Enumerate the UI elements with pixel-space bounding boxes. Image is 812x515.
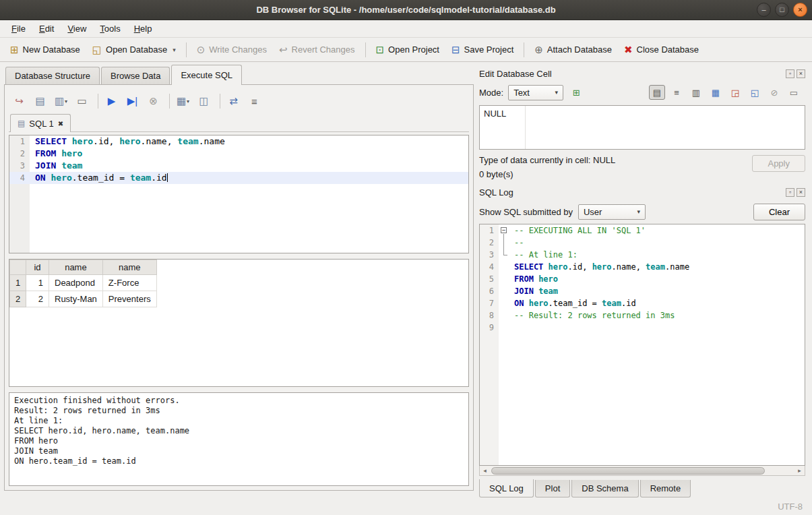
code-line-4: 4SELECT hero.id, hero.name, team.name (480, 261, 805, 273)
new-tab-icon[interactable]: ↪ (10, 92, 28, 110)
main-toolbar: ⊞New Database◱Open Database▾⊙Write Chang… (0, 38, 812, 62)
code-line-6: 6JOIN team (480, 285, 805, 297)
open-sql-file-icon[interactable]: ▤ (31, 92, 49, 110)
menu-edit[interactable]: Edit (33, 22, 60, 36)
open-database-button[interactable]: ◱Open Database▾ (86, 40, 182, 59)
scroll-right-icon[interactable]: ▸ (794, 467, 805, 474)
titlebar[interactable]: DB Browser for SQLite - /home/user/code/… (0, 0, 812, 20)
menu-view[interactable]: View (61, 22, 92, 36)
menu-tools[interactable]: Tools (94, 22, 126, 36)
sql-toolbar: ↪▤▥▾▭▶▶|⊗▦▾◫⇄≡ (9, 89, 469, 113)
column-header[interactable]: name (49, 260, 103, 275)
word-wrap-icon[interactable]: ≡ (668, 85, 685, 100)
save-icon[interactable]: ▦ (708, 85, 724, 100)
cell-type-text: Type of data currently in cell: NULL (479, 155, 615, 165)
column-header[interactable]: id (26, 260, 49, 275)
tab-db-schema[interactable]: DB Schema (571, 480, 638, 497)
cell-editor[interactable]: NULL (479, 105, 805, 150)
row-number[interactable]: 1 (10, 275, 26, 291)
apply-button[interactable]: Apply (752, 155, 805, 172)
import-icon[interactable]: ◲ (727, 85, 743, 100)
content-area: Database StructureBrowse DataExecute SQL… (0, 62, 812, 497)
tab-remote[interactable]: Remote (640, 480, 691, 497)
sql-doc-tab[interactable]: ▤ SQL 1 ✖ (10, 114, 71, 132)
results-grid[interactable]: idnamename11DeadpondZ-Force22Rusty-ManPr… (9, 259, 469, 387)
code-line-1: 1−-- EXECUTING ALL IN 'SQL 1' (480, 224, 805, 237)
save-as-view-icon[interactable]: ◫ (195, 92, 213, 110)
row-number[interactable]: 2 (10, 291, 26, 307)
table-row[interactable]: 11DeadpondZ-Force (10, 275, 157, 291)
close-tab-icon[interactable]: ✖ (58, 120, 63, 127)
code-line-1: 1SELECT hero.id, hero.name, team.name (9, 135, 468, 148)
log-hscrollbar[interactable]: ◂ ▸ (479, 466, 805, 476)
log-filter-value: User (584, 207, 602, 217)
scroll-left-icon[interactable]: ◂ (480, 467, 490, 474)
open-project-icon: ⊡ (376, 44, 385, 56)
tab-sql-log[interactable]: SQL Log (479, 479, 534, 497)
maximize-button[interactable]: □ (775, 3, 789, 17)
stop-icon: ⊗ (144, 92, 162, 110)
code-line-7: 7ON hero.team_id = team.id (480, 297, 805, 309)
table-cell[interactable]: Z-Force (102, 275, 156, 291)
close-icon[interactable]: × (797, 188, 805, 197)
export-csv-icon[interactable]: ▦▾ (174, 92, 192, 110)
float-icon[interactable]: ▫ (786, 69, 794, 78)
edit-cell-header: Edit Database Cell ▫ × (478, 66, 807, 81)
right-dock: Edit Database Cell ▫ × Mode: Text ▾ ⊞ ▤≡… (478, 65, 807, 497)
print-icon[interactable]: ▭ (786, 85, 802, 100)
save-sql-file-icon[interactable]: ▥▾ (52, 92, 70, 110)
results-table: idnamename11DeadpondZ-Force22Rusty-ManPr… (9, 260, 157, 307)
text-view-icon[interactable]: ▤ (649, 85, 665, 100)
close-icon[interactable]: × (797, 69, 805, 78)
execute-all-icon[interactable]: ▶ (102, 92, 121, 110)
save-project-button[interactable]: ⊟Save Project (445, 40, 520, 59)
sql-log-view[interactable]: 1−-- EXECUTING ALL IN 'SQL 1'2--3-- At l… (479, 224, 805, 466)
main-tabbar: Database StructureBrowse DataExecute SQL (4, 65, 474, 85)
table-cell[interactable]: Rusty-Man (49, 291, 103, 307)
cell-type-row: Type of data currently in cell: NULL 0 b… (478, 152, 807, 179)
table-cell[interactable]: Preventers (102, 291, 156, 307)
minimize-button[interactable]: – (757, 3, 771, 17)
format-sql-icon[interactable]: ≡ (245, 92, 263, 110)
table-cell[interactable]: 2 (26, 291, 49, 307)
code-line-5: 5FROM hero (480, 273, 805, 285)
write-changes-icon: ⊙ (197, 44, 206, 56)
close-database-button[interactable]: ✖Close Database (618, 40, 705, 59)
table-cell[interactable]: 1 (26, 275, 49, 291)
new-database-icon: ⊞ (10, 44, 19, 56)
close-button[interactable]: × (793, 3, 807, 17)
set-null-icon[interactable]: ⊘ (766, 85, 782, 100)
log-filter-select[interactable]: User ▾ (578, 204, 646, 220)
tab-plot[interactable]: Plot (535, 480, 570, 497)
clear-button[interactable]: Clear (753, 204, 805, 220)
mode-select[interactable]: Text ▾ (508, 85, 563, 100)
attach-database-button[interactable]: ⊕Attach Database (528, 40, 618, 59)
tab-browse-data[interactable]: Browse Data (101, 67, 170, 85)
menu-file[interactable]: File (5, 22, 32, 36)
corner-header (10, 260, 26, 275)
float-icon[interactable]: ▫ (786, 188, 794, 197)
table-row[interactable]: 22Rusty-ManPreventers (10, 291, 157, 307)
menubar: FileEditViewToolsHelp (0, 20, 812, 38)
table-cell[interactable]: Deadpond (49, 275, 103, 291)
open-project-button[interactable]: ⊡Open Project (370, 40, 445, 59)
new-database-button[interactable]: ⊞New Database (4, 40, 86, 59)
sql-log-header: SQL Log ▫ × (478, 185, 807, 200)
import-file-icon[interactable]: ⊞ (568, 85, 584, 100)
revert-changes-button: ↩Revert Changes (273, 40, 361, 59)
app-window: DB Browser for SQLite - /home/user/code/… (0, 0, 812, 515)
tab-database-structure[interactable]: Database Structure (5, 67, 100, 85)
find-replace-icon[interactable]: ⇄ (224, 92, 243, 110)
column-header[interactable]: name (102, 260, 156, 275)
encoding-label: UTF-8 (778, 502, 803, 512)
print-icon[interactable]: ▭ (73, 92, 91, 110)
scroll-thumb[interactable] (491, 467, 765, 475)
sql-editor[interactable]: 1SELECT hero.id, hero.name, team.name2FR… (9, 135, 469, 253)
revert-changes-icon: ↩ (279, 44, 288, 56)
export-icon[interactable]: ◱ (747, 85, 763, 100)
execute-current-line-icon[interactable]: ▶| (123, 92, 142, 110)
copy-icon[interactable]: ▥ (688, 85, 704, 100)
menu-help[interactable]: Help (128, 22, 158, 36)
tab-execute-sql[interactable]: Execute SQL (171, 65, 242, 85)
fold-collapse-icon[interactable]: − (501, 227, 507, 233)
